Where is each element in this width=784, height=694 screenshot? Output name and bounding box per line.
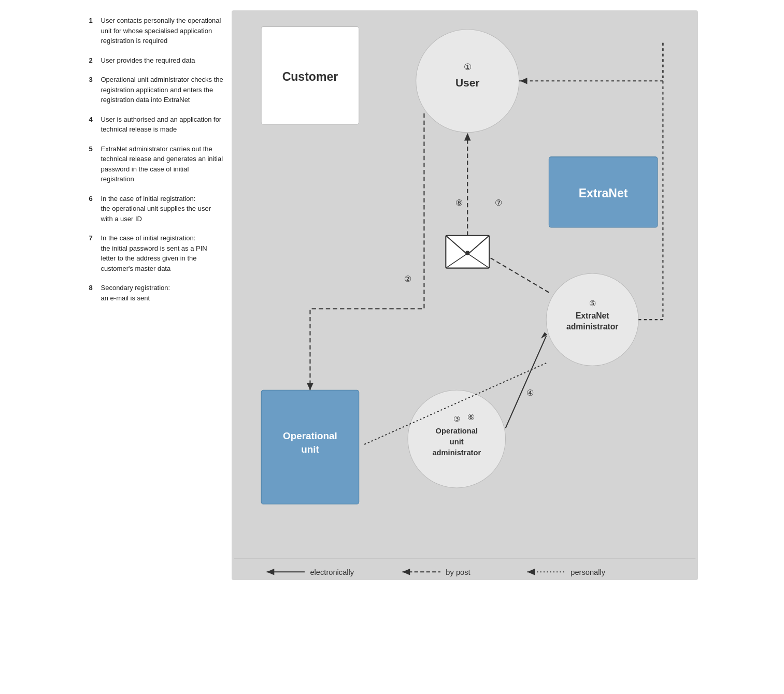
- legend-item-1: 1 User contacts personally the operation…: [89, 16, 224, 46]
- legend-item-2: 2 User provides the required data: [89, 55, 224, 66]
- legend-item-5: 5 ExtraNet administrator carries out the…: [89, 144, 224, 184]
- svg-text:Customer: Customer: [282, 70, 338, 83]
- svg-marker-23: [520, 78, 527, 84]
- svg-text:④: ④: [526, 388, 533, 397]
- legend-text: Operational unit administrator checks th…: [101, 75, 224, 105]
- svg-marker-41: [402, 569, 410, 575]
- legend-text: In the case of initial registration:the …: [101, 233, 224, 273]
- legend-num: 1: [89, 16, 98, 46]
- legend-item-6: 6 In the case of initial registration:th…: [89, 194, 224, 224]
- svg-marker-44: [527, 569, 535, 575]
- legend: 1 User contacts personally the operation…: [87, 10, 232, 580]
- svg-text:unit: unit: [301, 444, 319, 455]
- svg-line-26: [505, 336, 546, 428]
- svg-text:personally: personally: [571, 568, 605, 576]
- svg-text:ExtraNet: ExtraNet: [578, 186, 628, 200]
- svg-text:administrator: administrator: [432, 449, 481, 457]
- svg-marker-27: [540, 332, 547, 339]
- legend-num: 7: [89, 233, 98, 273]
- svg-text:electronically: electronically: [310, 568, 354, 576]
- svg-text:Operational: Operational: [283, 430, 337, 441]
- legend-text: User contacts personally the operational…: [101, 16, 224, 46]
- legend-num: 6: [89, 194, 98, 224]
- svg-marker-30: [464, 133, 471, 141]
- legend-item-7: 7 In the case of initial registration:th…: [89, 233, 224, 273]
- legend-text: User provides the required data: [101, 55, 224, 66]
- legend-num: 2: [89, 55, 98, 66]
- svg-text:Operational: Operational: [435, 427, 477, 435]
- legend-text: User is authorised and an application fo…: [101, 114, 224, 135]
- svg-point-22: [465, 251, 469, 255]
- svg-text:by post: by post: [446, 568, 470, 576]
- legend-text: In the case of initial registration:the …: [101, 194, 224, 224]
- legend-num: 4: [89, 114, 98, 135]
- svg-text:⑦: ⑦: [494, 198, 502, 207]
- svg-marker-24: [307, 383, 313, 391]
- svg-text:User: User: [455, 77, 479, 89]
- legend-item-8: 8 Secondary registration:an e-mail is se…: [89, 283, 224, 303]
- legend-item-4: 4 User is authorised and an application …: [89, 114, 224, 135]
- svg-text:⑧: ⑧: [455, 198, 463, 207]
- diagram-svg: Customer ① User ExtraNet ⑤ ExtraNet admi…: [232, 10, 698, 580]
- svg-text:①: ①: [463, 62, 471, 72]
- svg-text:ExtraNet: ExtraNet: [575, 311, 609, 320]
- legend-num: 5: [89, 144, 98, 184]
- legend-num: 3: [89, 75, 98, 105]
- svg-text:⑤: ⑤: [589, 299, 595, 308]
- svg-marker-38: [266, 569, 274, 575]
- legend-text: ExtraNet administrator carries out the t…: [101, 144, 224, 184]
- svg-text:unit: unit: [449, 438, 463, 446]
- page-container: 1 User contacts personally the operation…: [87, 10, 698, 580]
- legend-num: 8: [89, 283, 98, 303]
- svg-text:③: ③: [453, 415, 460, 423]
- svg-text:⑥: ⑥: [467, 413, 475, 422]
- legend-text: Secondary registration:an e-mail is sent: [101, 283, 224, 303]
- diagram-area: Customer ① User ExtraNet ⑤ ExtraNet admi…: [232, 10, 698, 580]
- svg-line-32: [489, 257, 549, 293]
- svg-text:administrator: administrator: [566, 322, 618, 331]
- svg-text:②: ②: [404, 274, 411, 283]
- legend-item-3: 3 Operational unit administrator checks …: [89, 75, 224, 105]
